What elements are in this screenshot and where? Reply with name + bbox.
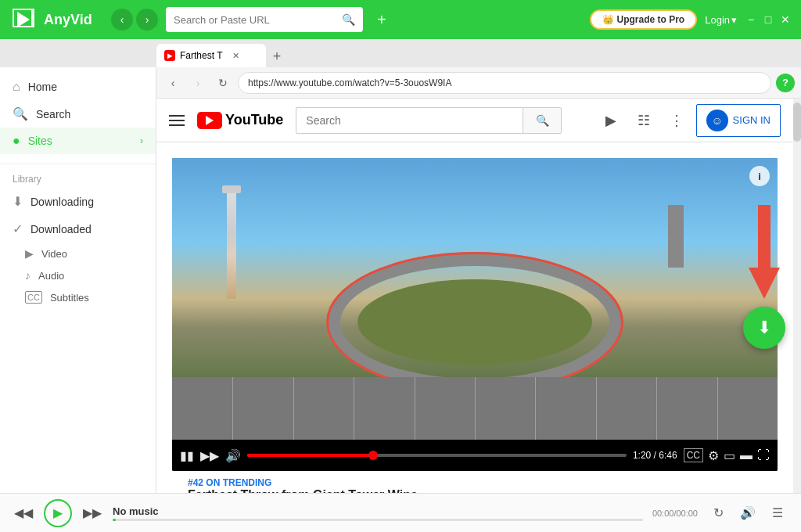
- tower: [227, 189, 236, 299]
- parking-line-4: [415, 377, 415, 440]
- window-controls: − □ ✕: [745, 13, 792, 26]
- titlebar: AnyVid ‹ › 🔍 + 👑 Upgrade to Pro Login ▾ …: [0, 0, 801, 39]
- sidebar-item-sites-label: Sites: [28, 135, 52, 147]
- back-button[interactable]: ‹: [111, 9, 133, 31]
- help-button[interactable]: ?: [776, 74, 795, 92]
- search-bar[interactable]: 🔍: [166, 7, 363, 32]
- yt-search-button[interactable]: 🔍: [523, 107, 562, 134]
- minimize-button[interactable]: −: [745, 13, 757, 26]
- player-play-button[interactable]: ▶: [44, 499, 72, 527]
- vc-cc-button[interactable]: CC: [684, 448, 703, 462]
- track-progress-fill: [113, 519, 116, 521]
- scrollbar-thumb: [793, 102, 801, 142]
- vc-skip-button[interactable]: ▶▶: [200, 448, 219, 463]
- parking-lot: [172, 377, 778, 440]
- yt-logo-text: YouTube: [225, 112, 283, 128]
- download-icon: ⬇: [757, 318, 771, 338]
- library-label: Library: [0, 167, 156, 188]
- video-info-button[interactable]: i: [749, 166, 770, 186]
- browser-back-button[interactable]: ‹: [163, 73, 183, 93]
- track-progress[interactable]: [113, 519, 643, 521]
- new-tab-button[interactable]: +: [266, 45, 288, 67]
- yt-video-camera-button[interactable]: ▶: [598, 107, 624, 134]
- yt-grid-button[interactable]: ☷: [630, 107, 657, 134]
- sidebar-sub-subtitles-label: Subtitles: [50, 292, 89, 304]
- chevron-right-icon: ›: [140, 135, 143, 146]
- sidebar-item-home[interactable]: ⌂ Home: [0, 74, 156, 100]
- vc-time-display: 1:20 / 6:46: [633, 450, 677, 461]
- search-input[interactable]: [174, 14, 337, 26]
- sidebar-item-home-label: Home: [28, 81, 57, 93]
- sidebar-item-downloading[interactable]: ⬇ Downloading: [0, 188, 156, 215]
- sidebar-sub-item-subtitles[interactable]: CC Subtitles: [0, 286, 156, 308]
- vc-icon-group: CC ⚙ ▭ ▬ ⛶: [684, 448, 770, 463]
- yt-search-container: 🔍: [296, 107, 562, 134]
- home-icon: ⌂: [13, 80, 20, 94]
- browser-area: ‹ › ↻ ? Y: [156, 67, 801, 493]
- sidebar-sub-audio-label: Audio: [38, 270, 64, 282]
- tab-title: Farthest T: [180, 50, 222, 61]
- parking-line-5: [475, 377, 476, 440]
- yt-logo-icon: [197, 112, 222, 129]
- yt-avatar-icon: ☺: [706, 110, 728, 131]
- tab-close-button[interactable]: ✕: [230, 50, 241, 61]
- sidebar-sub-item-audio[interactable]: ♪ Audio: [0, 264, 156, 286]
- vc-volume-button[interactable]: 🔊: [225, 448, 241, 463]
- yt-more-button[interactable]: ⋮: [663, 107, 690, 134]
- menu-line-1: [169, 115, 185, 117]
- track-time: 00:00/00:00: [652, 509, 698, 518]
- vc-pause-button[interactable]: ▮▮: [180, 448, 194, 463]
- yt-logo[interactable]: YouTube: [197, 112, 283, 129]
- login-button[interactable]: Login ▾: [705, 14, 737, 26]
- player-queue-button[interactable]: ☰: [767, 502, 788, 524]
- yt-sign-in-button[interactable]: ☺ SIGN IN: [696, 104, 781, 137]
- login-label: Login: [705, 14, 730, 26]
- vc-settings-button[interactable]: ⚙: [708, 448, 719, 463]
- download-button[interactable]: ⬇: [743, 307, 785, 349]
- progress-bar[interactable]: [247, 454, 627, 457]
- sidebar-item-sites[interactable]: ● Sites ›: [0, 128, 156, 154]
- vc-theater-button[interactable]: ▬: [740, 448, 753, 462]
- player-next-button[interactable]: ▶▶: [81, 502, 103, 524]
- track-title: No music: [113, 505, 643, 517]
- play-icon: ▶: [25, 247, 34, 260]
- sidebar-item-downloaded[interactable]: ✓ Downloaded: [0, 215, 156, 243]
- cc-icon: CC: [25, 291, 42, 304]
- close-button[interactable]: ✕: [779, 13, 792, 26]
- music-icon: ♪: [25, 269, 31, 282]
- yt-search-input[interactable]: [296, 107, 523, 134]
- yt-content: YouTube 🔍 ▶ ☷ ⋮ ☺ SIGN IN: [156, 99, 801, 493]
- sidebar-sub-video-label: Video: [41, 248, 67, 260]
- upgrade-button[interactable]: 👑 Upgrade to Pro: [590, 9, 698, 30]
- tab-farthest[interactable]: ▶ Farthest T ✕: [156, 44, 266, 67]
- sidebar-sub-item-video[interactable]: ▶ Video: [0, 243, 156, 264]
- parking-line-2: [293, 377, 294, 440]
- download-arrow-icon: ⬇: [13, 194, 23, 209]
- track-stripe: [326, 252, 623, 393]
- player-prev-button[interactable]: ◀◀: [13, 502, 34, 524]
- arrow-shaft: [758, 205, 770, 268]
- app-logo-icon: [9, 5, 38, 34]
- search-icon: 🔍: [342, 13, 355, 26]
- page-scrollbar[interactable]: [793, 99, 801, 493]
- building: [668, 205, 684, 268]
- sidebar-item-search[interactable]: 🔍 Search: [0, 100, 156, 128]
- url-bar[interactable]: [238, 72, 771, 94]
- sidebar-item-downloaded-label: Downloaded: [31, 223, 92, 235]
- vc-miniplayer-button[interactable]: ▭: [724, 448, 735, 463]
- sidebar-item-search-label: Search: [36, 108, 70, 120]
- forward-button[interactable]: ›: [136, 9, 158, 31]
- vc-fullscreen-button[interactable]: ⛶: [757, 448, 770, 462]
- parking-line-3: [354, 377, 354, 440]
- player-repeat-button[interactable]: ↻: [707, 502, 729, 524]
- parking-line-6: [535, 377, 536, 440]
- bottom-player: ◀◀ ▶ ▶▶ No music 00:00/00:00 ↻ 🔊 ☰: [0, 493, 801, 532]
- browser-refresh-button[interactable]: ↻: [213, 73, 233, 93]
- add-tab-button[interactable]: +: [371, 9, 393, 31]
- browser-forward-button[interactable]: ›: [188, 73, 208, 93]
- maximize-button[interactable]: □: [762, 13, 774, 26]
- video-thumbnail[interactable]: i: [172, 158, 778, 440]
- yt-menu-button[interactable]: [169, 115, 185, 126]
- logo-area: AnyVid: [9, 5, 103, 34]
- player-volume-button[interactable]: 🔊: [737, 502, 759, 524]
